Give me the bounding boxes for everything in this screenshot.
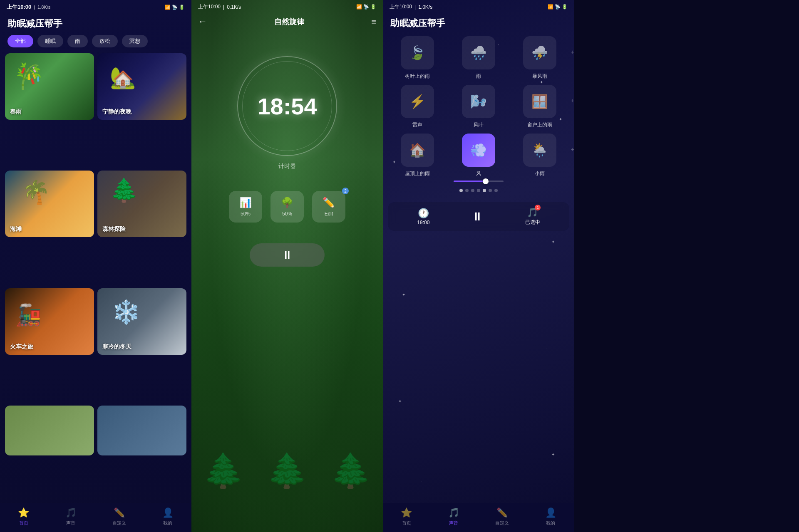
filter-relax[interactable]: 放松	[92, 35, 118, 47]
nav-sound-1[interactable]: 🎵 声音	[65, 507, 77, 526]
grid-label-forest: 森林探险	[102, 225, 126, 233]
sound-item-wind[interactable]: 💨 风	[451, 134, 507, 177]
status-speed-2: 0.1K/s	[227, 4, 241, 10]
grid-item-partial1[interactable]	[5, 406, 94, 455]
timer-label: 计时器	[278, 163, 296, 170]
nav-custom-1[interactable]: ✏️ 自定义	[112, 507, 126, 526]
menu-button[interactable]: ≡	[371, 17, 376, 27]
app-title-1: 助眠减压帮手	[0, 14, 191, 35]
right-padding	[574, 0, 799, 532]
player-bar-3: 🕐 19:00 ⏸ 🎵 1 已选中	[388, 202, 569, 231]
nav-sound-3[interactable]: 🎵 声音	[448, 507, 459, 526]
sound-item-roof-rain[interactable]: 🏠 屋顶上的雨	[390, 134, 446, 177]
sound-name-storm: 暴风雨	[532, 73, 547, 80]
status-speed-3: 1.0K/s	[418, 4, 432, 10]
grid-item-partial2[interactable]	[97, 406, 186, 455]
volume-slider[interactable]	[454, 181, 504, 182]
sound-name-window-rain: 窗户上的雨	[527, 121, 552, 129]
status-speed-val-1: 1.8K/s	[37, 5, 50, 10]
profile-icon-1: 👤	[162, 507, 174, 518]
nav-custom-3[interactable]: ✏️ 自定义	[495, 507, 509, 526]
nav-profile-3[interactable]: 👤 我的	[545, 507, 556, 526]
nav-home-label-3: 首页	[402, 520, 411, 526]
grid-item-beach[interactable]: 海滩	[5, 171, 94, 237]
status-time-2: 上午10:00	[198, 3, 221, 10]
sound-name-roof-rain: 屋顶上的雨	[405, 170, 430, 177]
plus-icon-3: +	[571, 146, 574, 153]
sound-name-wind: 风	[476, 170, 481, 177]
player-timer: 🕐 19:00	[417, 208, 429, 225]
nav-profile-label-1: 我的	[163, 520, 172, 526]
bottom-nav-3: ⭐ 首页 🎵 声音 ✏️ 自定义 👤 我的	[383, 503, 574, 532]
panel-sounds: ✦ · ✦ ✦ ✦ ✦ · ✦ ✦ · 上午10:00 | 1.0K/s 📶 📡…	[383, 0, 574, 532]
status-sep-2: |	[223, 4, 224, 10]
sound-item-leaf-rain[interactable]: 🍃 树叶上的雨	[390, 36, 446, 80]
sound-item-wind-leaf[interactable]: 🌬️ 风叶	[451, 85, 507, 129]
status-time-1: 上午10:00	[7, 3, 31, 11]
drizzle-icon: 🌦️	[531, 142, 548, 158]
grid-item-train[interactable]: 火车之旅	[5, 288, 94, 355]
clock-icon: 🕐	[418, 208, 429, 219]
ctrl-edit-label: Edit	[325, 211, 333, 217]
sound-box-thunder: ⚡	[401, 85, 434, 118]
sound-grid-panel3: 🍃 树叶上的雨 🌧️ 雨 ⛈️ 暴风雨 + ⚡	[383, 36, 574, 177]
sound-item-rain[interactable]: 🌧️ 雨	[451, 36, 507, 80]
sound-name-rain: 雨	[476, 73, 481, 80]
dot-3	[471, 189, 474, 192]
grid-item-spring[interactable]: 春雨	[5, 53, 94, 120]
player-pause-button[interactable]: ⏸	[471, 210, 483, 223]
selected-label: 已选中	[525, 219, 540, 226]
status-icons-2: 📶 📡 🔋	[356, 4, 376, 10]
nav-home-1[interactable]: ⭐ 首页	[18, 507, 29, 526]
player-content: 上午10:00 | 0.1K/s 📶 📡 🔋 ← 自然旋律 ≡ 18:54 计时…	[191, 0, 383, 532]
ctrl-edit[interactable]: 2 ✏️ Edit	[312, 191, 345, 223]
status-sep-3: |	[414, 4, 416, 10]
nav-home-3[interactable]: ⭐ 首页	[401, 507, 412, 526]
status-icons-3: 📶 📡 🔋	[548, 4, 568, 10]
play-pause-icon: ⏸	[281, 248, 293, 262]
grid-item-forest[interactable]: 森林探险	[97, 171, 186, 237]
status-time-3: 上午10:00	[390, 3, 412, 10]
bottom-nav-1: ⭐ 首页 🎵 声音 ✏️ 自定义 👤 我的	[0, 503, 191, 532]
filter-meditate[interactable]: 冥想	[122, 35, 148, 47]
sound-item-window-rain[interactable]: 🪟 窗户上的雨 +	[511, 85, 568, 129]
sound-item-storm[interactable]: ⛈️ 暴风雨 +	[511, 36, 568, 80]
ctrl-nature[interactable]: 🌳 50%	[270, 191, 304, 223]
volume-row	[383, 177, 574, 182]
sound-item-thunder[interactable]: ⚡ 雷声	[390, 85, 446, 129]
grid-item-winter[interactable]: 寒冷的冬天	[97, 288, 186, 355]
filter-rain[interactable]: 雨	[67, 35, 88, 47]
dot-5	[483, 189, 486, 192]
nav-sound-label-3: 声音	[449, 520, 458, 526]
timer-ring: 18:54	[237, 56, 337, 156]
filter-all[interactable]: 全部	[7, 35, 33, 47]
panel-player: 🌲 🌲 🌲 上午10:00 | 0.1K/s 📶 📡 🔋 ← 自然旋律 ≡ 18…	[191, 0, 383, 532]
sound-item-drizzle[interactable]: 🌦️ 小雨 +	[511, 134, 568, 177]
sound-name-leaf-rain: 树叶上的雨	[405, 73, 430, 80]
grid-label-train: 火车之旅	[10, 343, 33, 351]
nav-custom-label-3: 自定义	[495, 520, 509, 526]
selected-badge: 1	[535, 205, 541, 210]
status-bar-1: 上午10:00 | 1.8K/s 📶 📡 🔋	[0, 0, 191, 14]
filter-sleep[interactable]: 睡眠	[37, 35, 63, 47]
grid-item-night[interactable]: 宁静的夜晚	[97, 53, 186, 120]
volume-fill	[454, 181, 484, 182]
rain-icon: 🌧️	[470, 45, 487, 61]
sound-icon-3: 🎵	[448, 507, 459, 518]
back-button[interactable]: ←	[198, 16, 207, 27]
nature-icon: 🌳	[281, 197, 293, 208]
plus-icon-1: +	[571, 49, 574, 55]
volume-thumb[interactable]	[483, 178, 489, 184]
nav-profile-1[interactable]: 👤 我的	[162, 507, 174, 526]
dot-1	[459, 189, 463, 192]
custom-icon-1: ✏️	[114, 507, 125, 518]
ctrl-nature-label: 50%	[282, 211, 292, 217]
ctrl-mix[interactable]: 📊 50%	[229, 191, 262, 223]
home-icon-1: ⭐	[18, 507, 29, 518]
roof-rain-icon: 🏠	[409, 142, 426, 158]
player-controls: 📊 50% 🌳 50% 2 ✏️ Edit	[191, 191, 383, 223]
leaf-rain-icon: 🍃	[409, 45, 426, 61]
nav-profile-label-3: 我的	[546, 520, 555, 526]
play-pause-button[interactable]: ⏸	[250, 243, 325, 267]
sound-box-roof-rain: 🏠	[401, 134, 434, 167]
